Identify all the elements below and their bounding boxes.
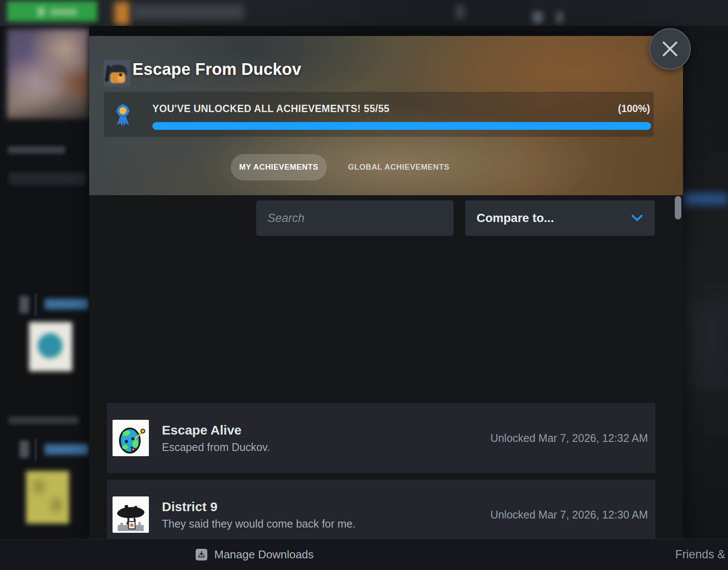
manage-downloads-label: Manage Downloads bbox=[214, 548, 314, 561]
achievement-progress-banner: YOU'VE UNLOCKED ALL ACHIEVEMENTS! 55/55 … bbox=[104, 92, 654, 137]
achievements-dialog-header: Escape From Duckov YOU'VE UNLOCKED ALL A… bbox=[89, 36, 683, 195]
friends-chat-label: Friends & Chat bbox=[675, 548, 728, 561]
sidebar-game-icon-blur[interactable] bbox=[19, 441, 29, 458]
download-tray-icon bbox=[196, 549, 207, 560]
top-navigation-bar bbox=[0, 0, 728, 26]
tab-my-achievements[interactable]: MY ACHIEVEMENTS bbox=[231, 154, 327, 180]
progress-bar bbox=[152, 122, 651, 130]
tab-label: GLOBAL ACHIEVEMENTS bbox=[348, 163, 449, 172]
achievement-description: Escaped from Duckov. bbox=[162, 441, 270, 454]
progress-bar-fill bbox=[152, 122, 651, 130]
background-right bbox=[683, 26, 728, 539]
achievements-dialog: Escape From Duckov YOU'VE UNLOCKED ALL A… bbox=[89, 36, 683, 539]
unlock-summary-text: YOU'VE UNLOCKED ALL ACHIEVEMENTS! 55/55 bbox=[152, 103, 390, 115]
earth-egg-icon bbox=[113, 420, 149, 456]
award-ribbon-icon bbox=[115, 103, 131, 127]
sidebar-game-capsule-blur[interactable] bbox=[29, 322, 72, 371]
sidebar-game-link-blur[interactable] bbox=[45, 444, 89, 455]
achievement-unlock-date: Unlocked Mar 7, 2026, 12:30 AM bbox=[490, 480, 648, 539]
compare-to-dropdown[interactable]: Compare to... bbox=[465, 200, 655, 236]
achievement-description: They said they would come back for me. bbox=[162, 518, 355, 530]
search-input[interactable] bbox=[256, 200, 454, 236]
chevron-down-icon bbox=[631, 215, 643, 222]
toolbar-icon-blur[interactable] bbox=[556, 11, 564, 23]
duck-soldier-game-icon bbox=[103, 60, 130, 87]
achievement-title: Escape Alive bbox=[162, 423, 270, 438]
toolbar-icon-blur[interactable] bbox=[455, 5, 465, 19]
sidebar-game-capsule-blur[interactable] bbox=[26, 471, 69, 524]
tab-label: MY ACHIEVEMENTS bbox=[239, 163, 318, 172]
achievement-row: District 9 They said they would come bac… bbox=[107, 480, 655, 539]
status-bar: Manage Downloads Friends & Chat bbox=[0, 539, 728, 570]
game-hero-artwork-blur bbox=[7, 29, 89, 119]
play-button-label-blur bbox=[50, 9, 77, 15]
close-icon bbox=[660, 39, 680, 58]
background-blue-streak bbox=[683, 193, 728, 205]
achievements-list: Escape Alive Escaped from Duckov. Unlock… bbox=[107, 403, 655, 539]
close-button[interactable] bbox=[649, 28, 691, 70]
achievement-row: Escape Alive Escaped from Duckov. Unlock… bbox=[107, 403, 655, 473]
completion-percent: (100%) bbox=[618, 103, 650, 115]
divider bbox=[35, 438, 36, 461]
manage-downloads-button[interactable]: Manage Downloads bbox=[196, 539, 314, 570]
background-dim bbox=[89, 26, 683, 36]
divider bbox=[35, 293, 36, 316]
tab-global-achievements[interactable]: GLOBAL ACHIEVEMENTS bbox=[339, 154, 458, 180]
sidebar-label-blur bbox=[9, 416, 79, 424]
play-triangle-icon bbox=[37, 7, 45, 16]
notification-icon-blur[interactable] bbox=[532, 11, 543, 23]
achievement-title: District 9 bbox=[162, 499, 355, 514]
friends-chat-button[interactable]: Friends & Chat bbox=[675, 539, 728, 570]
sidebar-label-blur bbox=[8, 146, 65, 154]
compare-to-label: Compare to... bbox=[477, 211, 554, 225]
page-title: Escape From Duckov bbox=[132, 60, 301, 79]
alien-ship-icon bbox=[113, 496, 149, 533]
sidebar-game-icon-blur[interactable] bbox=[19, 296, 29, 313]
scrollbar-thumb[interactable] bbox=[675, 196, 681, 219]
top-search-bar-blur[interactable] bbox=[132, 4, 244, 20]
background-highlight bbox=[691, 303, 728, 390]
user-avatar[interactable] bbox=[114, 2, 130, 25]
sidebar-filter-bar-blur[interactable] bbox=[9, 172, 86, 185]
sidebar-game-link-blur[interactable] bbox=[45, 299, 89, 309]
achievement-unlock-date: Unlocked Mar 7, 2026, 12:32 AM bbox=[490, 403, 648, 473]
achievements-list-panel: Compare to... bbox=[89, 195, 683, 539]
